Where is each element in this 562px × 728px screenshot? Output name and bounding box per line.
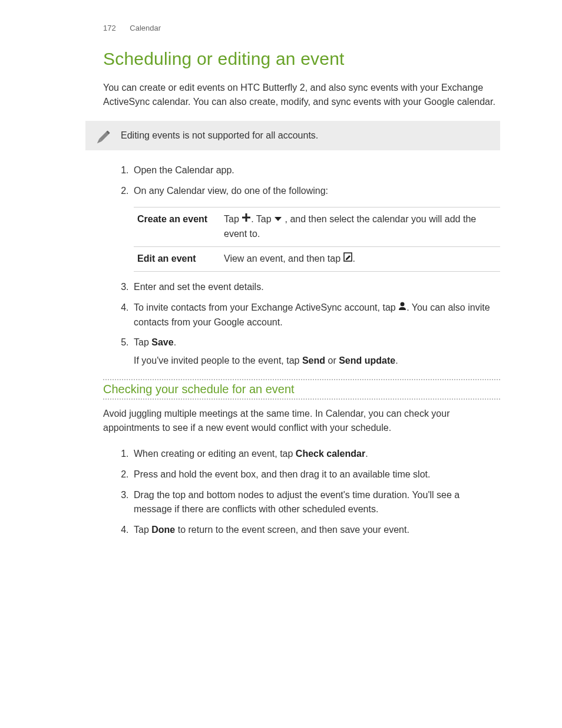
step-1: Open the Calendar app. [131,163,500,178]
step-3: Enter and set the event details. [131,280,500,295]
create-event-label: Create an event [137,214,207,224]
svg-point-7 [401,302,405,306]
edit-icon [343,252,353,266]
intro-paragraph: You can create or edit events on HTC But… [103,81,500,109]
step-4: To invite contacts from your Exchange Ac… [131,301,500,330]
substep-3: Drag the top and bottom nodes to adjust … [131,488,500,518]
page-header: 172 Calendar [103,24,500,32]
note-box: Editing events is not supported for all … [85,121,500,150]
page-number: 172 [103,24,116,32]
step-5: Tap Save. If you've invited people to th… [131,335,500,368]
section-name: Calendar [130,24,161,32]
substep-4: Tap Done to return to the event screen, … [131,523,500,538]
svg-marker-5 [275,217,282,221]
edit-event-desc: View an event, and then tap . [220,246,500,271]
create-event-desc: Tap . Tap , and then select the calendar… [220,207,500,246]
action-table: Create an event Tap . Tap , and then sel… [134,207,500,272]
note-text: Editing events is not supported for all … [121,130,488,141]
step-5-note: If you've invited people to the event, t… [134,354,500,368]
step-2: On any Calendar view, do one of the foll… [131,184,500,272]
page-title: Scheduling or editing an event [103,49,500,69]
subheading: Checking your schedule for an event [103,381,500,397]
table-row: Edit an event View an event, and then ta… [134,246,500,271]
substeps-list: When creating or editing an event, tap C… [103,447,500,538]
plus-icon [242,212,251,227]
section-divider: Checking your schedule for an event [103,379,500,400]
substep-1: When creating or editing an event, tap C… [131,447,500,462]
table-row: Create an event Tap . Tap , and then sel… [134,207,500,246]
edit-event-label: Edit an event [137,253,196,263]
contact-icon [398,301,406,315]
substep-2: Press and hold the event box, and then d… [131,467,500,482]
sub-intro-paragraph: Avoid juggling multiple meetings at the … [103,407,500,435]
pen-icon [92,128,113,150]
page: 172 Calendar Scheduling or editing an ev… [0,0,562,728]
dropdown-icon [274,212,282,227]
steps-list: Open the Calendar app. On any Calendar v… [103,163,500,368]
